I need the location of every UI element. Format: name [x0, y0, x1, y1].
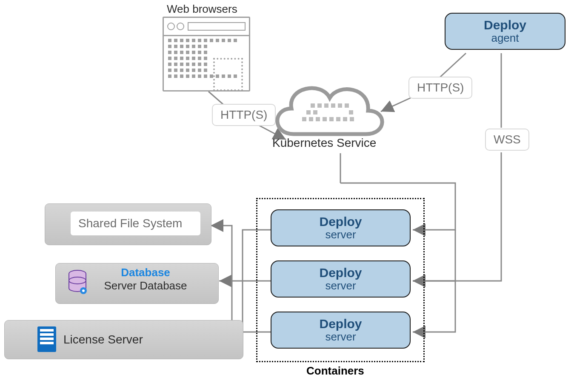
svg-rect-17 — [309, 117, 313, 121]
https-label-right: HTTP(S) — [408, 77, 472, 99]
server-rack-icon — [37, 320, 56, 358]
deploy-server-sub: server — [271, 279, 410, 292]
svg-rect-16 — [302, 117, 306, 121]
svg-rect-19 — [323, 117, 327, 121]
license-server-label: License Server — [63, 333, 143, 346]
deploy-server-title: Deploy — [271, 266, 410, 280]
k8s-service-label: Kubernetes Service — [272, 136, 376, 150]
svg-rect-22 — [343, 117, 347, 121]
svg-rect-15 — [349, 110, 353, 114]
deploy-server-box-1: Deploy server — [271, 209, 411, 246]
svg-line-2 — [438, 53, 466, 79]
svg-rect-13 — [306, 110, 311, 114]
database-sub: Server Database — [73, 279, 218, 292]
svg-rect-20 — [329, 117, 334, 121]
deploy-server-title: Deploy — [271, 215, 410, 229]
svg-rect-10 — [331, 103, 335, 108]
deploy-server-box-3: Deploy server — [271, 312, 411, 349]
svg-rect-11 — [338, 103, 342, 108]
svg-rect-18 — [316, 117, 320, 121]
shared-fs-box: Shared File System — [45, 203, 211, 245]
deploy-agent-box: Deploy agent — [445, 13, 565, 50]
svg-rect-23 — [350, 117, 354, 121]
shared-fs-label: Shared File System — [71, 212, 200, 235]
deploy-server-sub: server — [271, 228, 410, 241]
svg-rect-9 — [324, 103, 328, 108]
deploy-agent-sub: agent — [445, 31, 565, 45]
database-box: Database Server Database — [55, 263, 219, 304]
database-icon — [68, 269, 87, 295]
web-browsers-label: Web browsers — [167, 3, 237, 16]
deploy-agent-title: Deploy — [445, 18, 565, 32]
database-title: Database — [73, 266, 218, 279]
svg-rect-21 — [336, 117, 340, 121]
deploy-server-sub: server — [271, 330, 410, 343]
svg-point-27 — [82, 289, 85, 292]
deploy-server-box-2: Deploy server — [271, 260, 411, 298]
svg-rect-14 — [313, 110, 317, 114]
wss-label: WSS — [485, 129, 529, 151]
web-browser-icon — [163, 17, 250, 92]
svg-rect-12 — [345, 103, 349, 108]
svg-rect-7 — [311, 103, 315, 108]
deploy-server-title: Deploy — [271, 317, 410, 331]
containers-label: Containers — [306, 364, 364, 378]
svg-rect-8 — [317, 103, 322, 108]
